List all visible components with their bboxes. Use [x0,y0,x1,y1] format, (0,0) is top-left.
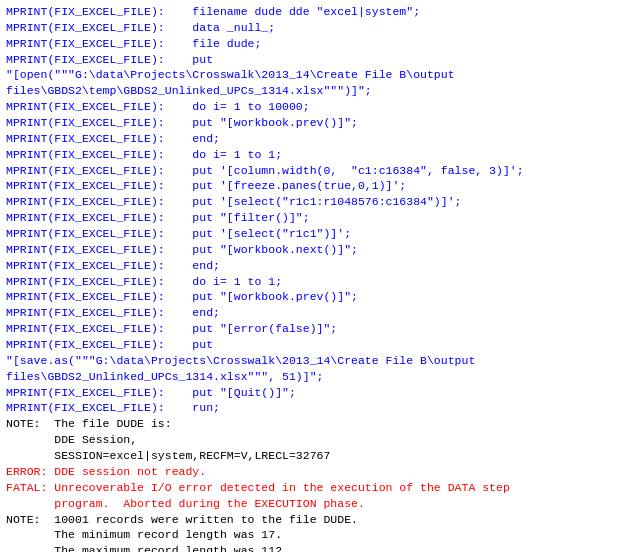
console-line-0: MPRINT(FIX_EXCEL_FILE): filename dude dd… [6,4,620,20]
console-line-25: MPRINT(FIX_EXCEL_FILE): run; [6,400,620,416]
console-line-27: NOTE: The file DUDE is: [6,416,620,432]
console-line-7: MPRINT(FIX_EXCEL_FILE): put "[workbook.p… [6,115,620,131]
console-line-9: MPRINT(FIX_EXCEL_FILE): do i= 1 to 1; [6,147,620,163]
console-line-32: FATAL: Unrecoverable I/O error detected … [6,480,620,496]
console-line-16: MPRINT(FIX_EXCEL_FILE): end; [6,258,620,274]
console-line-22: "[save.as("""G:\data\Projects\Crosswalk\… [6,353,620,369]
console-line-35: The minimum record length was 17. [6,527,620,543]
console-line-17: MPRINT(FIX_EXCEL_FILE): do i= 1 to 1; [6,274,620,290]
console-line-12: MPRINT(FIX_EXCEL_FILE): put '[select("r1… [6,194,620,210]
console-line-21: MPRINT(FIX_EXCEL_FILE): put [6,337,620,353]
console-line-13: MPRINT(FIX_EXCEL_FILE): put "[filter()]"… [6,210,620,226]
console-line-8: MPRINT(FIX_EXCEL_FILE): end; [6,131,620,147]
console-output: MPRINT(FIX_EXCEL_FILE): filename dude dd… [0,0,626,552]
console-line-24: MPRINT(FIX_EXCEL_FILE): put "[Quit()]"; [6,385,620,401]
console-line-18: MPRINT(FIX_EXCEL_FILE): put "[workbook.p… [6,289,620,305]
console-line-2: MPRINT(FIX_EXCEL_FILE): file dude; [6,36,620,52]
console-line-3: MPRINT(FIX_EXCEL_FILE): put [6,52,620,68]
console-line-1: MPRINT(FIX_EXCEL_FILE): data _null_; [6,20,620,36]
console-line-36: The maximum record length was 112. [6,543,620,552]
console-line-5: files\GBDS2\temp\GBDS2_Unlinked_UPCs_131… [6,83,620,99]
console-line-31: ERROR: DDE session not ready. [6,464,620,480]
console-line-10: MPRINT(FIX_EXCEL_FILE): put '[column.wid… [6,163,620,179]
console-line-34: NOTE: 10001 records were written to the … [6,512,620,528]
console-line-19: MPRINT(FIX_EXCEL_FILE): end; [6,305,620,321]
console-line-6: MPRINT(FIX_EXCEL_FILE): do i= 1 to 10000… [6,99,620,115]
console-line-15: MPRINT(FIX_EXCEL_FILE): put "[workbook.n… [6,242,620,258]
console-line-11: MPRINT(FIX_EXCEL_FILE): put '[freeze.pan… [6,178,620,194]
console-line-29: SESSION=excel|system,RECFM=V,LRECL=32767 [6,448,620,464]
console-line-28: DDE Session, [6,432,620,448]
console-line-23: files\GBDS2_Unlinked_UPCs_1314.xlsx""", … [6,369,620,385]
console-line-4: "[open("""G:\data\Projects\Crosswalk\201… [6,67,620,83]
console-line-33: program. Aborted during the EXECUTION ph… [6,496,620,512]
console-line-14: MPRINT(FIX_EXCEL_FILE): put '[select("r1… [6,226,620,242]
console-line-20: MPRINT(FIX_EXCEL_FILE): put "[error(fals… [6,321,620,337]
